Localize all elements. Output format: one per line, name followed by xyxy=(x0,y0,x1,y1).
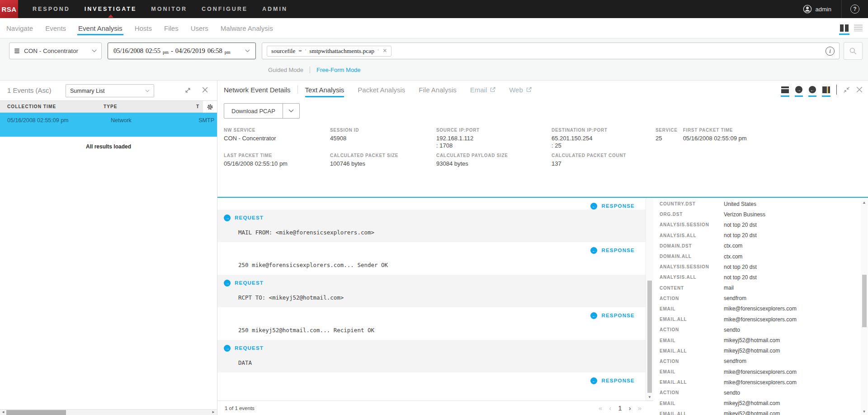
meta-key[interactable]: EMAIL xyxy=(660,369,724,374)
meta-value[interactable]: not top 20 dst xyxy=(724,222,757,228)
meta-key[interactable]: CONTENT xyxy=(660,286,724,291)
meta-value[interactable]: Verizon Business xyxy=(724,211,765,218)
scroll-right-arrow[interactable]: ► xyxy=(212,410,215,415)
meta-key[interactable]: EMAIL xyxy=(660,401,724,406)
download-options-caret[interactable] xyxy=(283,104,299,118)
rsa-logo[interactable]: RSA xyxy=(0,0,18,18)
scroll-left-arrow[interactable]: ◄ xyxy=(1,410,5,415)
download-pcap-button[interactable]: Download PCAP xyxy=(224,103,300,119)
meta-value[interactable]: sendto xyxy=(724,390,740,396)
events-panel-layout-icon[interactable] xyxy=(840,24,849,32)
meta-key[interactable]: DOMAIN.DST xyxy=(660,243,724,248)
meta-key[interactable]: EMAIL xyxy=(660,338,724,343)
meta-key[interactable]: EMAIL.ALL xyxy=(660,348,724,353)
sub-nav-item[interactable]: Users xyxy=(191,18,208,38)
meta-value[interactable]: mike@forensicsexplorers.com xyxy=(724,369,797,375)
meta-key[interactable]: EMAIL xyxy=(660,306,724,311)
meta-value[interactable]: sendfrom xyxy=(724,295,746,301)
column-settings-button[interactable] xyxy=(203,101,217,113)
meta-value[interactable]: United States xyxy=(724,201,756,207)
tab-text-analysis[interactable]: Text Analysis xyxy=(305,86,344,94)
sub-nav-item[interactable]: Hosts xyxy=(135,18,152,38)
meta-key[interactable]: COUNTRY.DST xyxy=(660,201,724,206)
meta-key[interactable]: ANALYSIS.ALL xyxy=(660,233,724,238)
meta-value[interactable]: mail xyxy=(724,285,734,291)
sub-nav-item[interactable]: Navigate xyxy=(6,18,33,38)
top-nav-item[interactable]: MONITOR xyxy=(151,6,187,12)
scroll-down-arrow[interactable]: ▼ xyxy=(861,408,868,415)
scrollbar-thumb[interactable] xyxy=(862,275,867,327)
meta-value[interactable]: ctx.com xyxy=(724,243,742,249)
column-settings-icon[interactable] xyxy=(854,24,863,32)
meta-value[interactable]: mike@forensicsexplorers.com xyxy=(724,379,797,386)
content-scrollbar[interactable]: ▼ xyxy=(646,198,653,401)
top-nav-item[interactable]: RESPOND xyxy=(33,6,70,12)
service-selector[interactable]: CON - Concentrator xyxy=(9,43,102,59)
sub-nav-item[interactable]: Files xyxy=(164,18,179,38)
top-nav-item[interactable]: ADMIN xyxy=(262,6,288,12)
meta-key[interactable]: DOMAIN.ALL xyxy=(660,254,724,259)
toggle-responses-icon[interactable]: ← xyxy=(809,86,816,93)
toggle-header-icon[interactable] xyxy=(781,86,789,93)
event-row-selected[interactable]: 05/16/2008 02:55:09 pm Network SMTP xyxy=(0,113,217,137)
user-menu[interactable]: admin xyxy=(793,0,841,18)
view-selector-dropdown[interactable]: Summary List xyxy=(66,84,154,97)
sub-nav-item[interactable]: Events xyxy=(45,18,66,38)
time-range-selector[interactable]: 05/16/2008 02:55 pm - 04/26/2019 06:58 p… xyxy=(108,43,256,59)
next-page-button[interactable]: › xyxy=(629,404,631,412)
meta-scrollbar[interactable]: ▲ ▼ xyxy=(861,199,868,415)
first-page-button[interactable]: « xyxy=(599,404,602,412)
meta-value[interactable]: sendfrom xyxy=(724,358,746,364)
meta-value[interactable]: not top 20 dst xyxy=(724,264,757,270)
scroll-up-arrow[interactable]: ▲ xyxy=(861,199,868,206)
column-header-theme[interactable]: T xyxy=(196,104,199,109)
tab-packet-analysis[interactable]: Packet Analysis xyxy=(358,86,405,94)
remove-filter-icon[interactable]: ✕ xyxy=(382,48,387,54)
meta-key[interactable]: ACTION xyxy=(660,296,724,301)
meta-key[interactable]: ORG.DST xyxy=(660,212,724,217)
query-info-icon[interactable]: i xyxy=(826,47,835,56)
meta-key[interactable]: EMAIL.ALL xyxy=(660,380,724,385)
close-panel-button[interactable] xyxy=(202,87,208,93)
column-header-type[interactable]: TYPE xyxy=(104,104,176,109)
meta-key[interactable]: EMAIL.ALL xyxy=(660,411,724,415)
meta-value[interactable]: sendto xyxy=(724,327,740,333)
query-filter-pill[interactable]: sourcefile = ' smtpwithattachments.pcap … xyxy=(267,46,392,57)
scrollbar-thumb[interactable] xyxy=(647,281,652,393)
tab-file-analysis[interactable]: File Analysis xyxy=(419,86,456,94)
sub-nav-item[interactable]: Malware Analysis xyxy=(221,18,273,38)
meta-value[interactable]: mikeyj52@hotmail.com xyxy=(724,348,780,354)
meta-key[interactable]: ACTION xyxy=(660,359,724,364)
tab-web[interactable]: Web xyxy=(509,86,532,94)
meta-value[interactable]: mikeyj52@hotmail.com xyxy=(724,400,780,406)
help-button[interactable]: ? xyxy=(842,0,868,18)
scrollbar-thumb[interactable] xyxy=(6,410,66,415)
expand-panel-button[interactable] xyxy=(184,87,191,94)
query-input[interactable]: sourcefile = ' smtpwithattachments.pcap … xyxy=(262,43,840,59)
meta-value[interactable]: mikeyj52@hotmail.com xyxy=(724,410,780,415)
toggle-requests-icon[interactable]: → xyxy=(795,86,802,93)
last-page-button[interactable]: » xyxy=(638,404,642,412)
tab-email[interactable]: Email xyxy=(470,86,496,94)
sub-nav-item[interactable]: Event Analysis xyxy=(78,18,123,38)
meta-value[interactable]: mikeyj52@hotmail.com xyxy=(724,337,780,343)
free-form-mode-link[interactable]: Free-Form Mode xyxy=(316,67,361,73)
meta-key[interactable]: ANALYSIS.ALL xyxy=(660,275,724,280)
collapse-panel-button[interactable] xyxy=(843,86,850,93)
top-nav-item[interactable]: INVESTIGATE xyxy=(85,6,137,12)
scroll-down-arrow[interactable]: ▼ xyxy=(646,394,653,401)
meta-key[interactable]: EMAIL.ALL xyxy=(660,317,724,322)
meta-value[interactable]: not top 20 dst xyxy=(724,274,757,281)
close-details-button[interactable] xyxy=(856,86,863,93)
meta-value[interactable]: mike@forensicsexplorers.com xyxy=(724,316,797,323)
meta-key[interactable]: ACTION xyxy=(660,390,724,395)
meta-value[interactable]: not top 20 dst xyxy=(724,232,757,239)
meta-key[interactable]: ANALYSIS.SESSION xyxy=(660,264,724,269)
meta-key[interactable]: ACTION xyxy=(660,327,724,332)
toggle-meta-panel-icon[interactable] xyxy=(822,86,830,93)
guided-mode-link[interactable]: Guided Mode xyxy=(268,67,303,73)
horizontal-scrollbar[interactable]: ◄ ► xyxy=(0,409,217,415)
meta-value[interactable]: ctx.com xyxy=(724,253,742,260)
previous-page-button[interactable]: ‹ xyxy=(609,404,611,412)
search-button[interactable] xyxy=(844,42,863,60)
